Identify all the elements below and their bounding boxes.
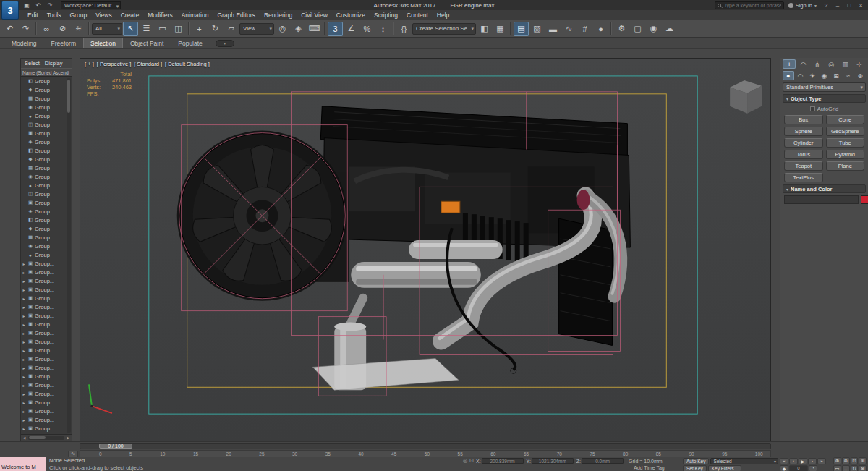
expand-arrow-icon[interactable] bbox=[22, 365, 26, 370]
selection-filter-dropdown[interactable]: All bbox=[92, 23, 122, 35]
keyboard-override-icon[interactable]: ⌨ bbox=[307, 22, 322, 36]
scene-explorer-row[interactable]: ▣ Group... bbox=[21, 294, 67, 302]
category-systems-icon[interactable]: ⊛ bbox=[854, 71, 866, 80]
expand-arrow-icon[interactable] bbox=[22, 270, 26, 275]
previous-frame-button[interactable]: ‹ bbox=[789, 458, 798, 464]
rollout-name-color[interactable]: Name and Color bbox=[783, 184, 866, 193]
scene-explorer-row[interactable]: ◉ Group bbox=[21, 242, 67, 250]
expand-arrow-icon[interactable] bbox=[22, 322, 26, 327]
menu-item[interactable]: Content bbox=[402, 10, 433, 20]
play-button[interactable]: ▶ bbox=[799, 458, 807, 464]
scene-explorer-row[interactable]: ▣ Group... bbox=[21, 259, 67, 268]
toolbar-icon[interactable] bbox=[610, 22, 612, 35]
scene-explorer-row[interactable]: ▣ Group... bbox=[21, 363, 67, 372]
primitive-button[interactable]: Torus bbox=[784, 150, 823, 159]
mini-curve-editor-icon[interactable]: ∿ bbox=[68, 451, 78, 457]
next-frame-button[interactable]: › bbox=[808, 458, 817, 464]
tab-utilities-icon[interactable]: ⊹ bbox=[853, 59, 866, 69]
menu-item[interactable]: Civil View bbox=[297, 10, 332, 20]
tab-modify-icon[interactable]: ◠ bbox=[796, 59, 809, 69]
select-and-link-icon[interactable]: ∞ bbox=[39, 22, 54, 36]
angle-snap-icon[interactable]: ∠ bbox=[344, 22, 359, 36]
expand-arrow-icon[interactable] bbox=[22, 417, 26, 423]
explorer-vertical-scrollbar[interactable] bbox=[67, 78, 71, 433]
scene-explorer-row[interactable]: ◧ Group bbox=[21, 146, 67, 155]
menu-item[interactable]: Views bbox=[91, 10, 116, 20]
snaps-toggle-icon[interactable]: 3 bbox=[328, 22, 343, 36]
unlink-selection-icon[interactable]: ⊘ bbox=[55, 22, 70, 36]
expand-arrow-icon[interactable] bbox=[22, 357, 26, 362]
viewport-3d-scene[interactable] bbox=[80, 59, 770, 441]
isolate-selection-icon[interactable]: ◎ bbox=[463, 458, 467, 464]
menu-item[interactable]: Customize bbox=[332, 10, 370, 20]
select-and-rotate-icon[interactable]: ↻ bbox=[208, 22, 223, 36]
zoom-icon[interactable]: ⊕ bbox=[833, 457, 841, 464]
scene-explorer-row[interactable]: ◆ Group bbox=[21, 155, 67, 164]
scene-explorer-row[interactable]: ▣ Group... bbox=[21, 372, 67, 381]
redo-icon[interactable]: ↷ bbox=[45, 1, 55, 9]
ribbon-tab[interactable]: Populate bbox=[171, 38, 210, 48]
expand-arrow-icon[interactable] bbox=[22, 383, 26, 388]
pan-icon[interactable]: ⇔ bbox=[842, 465, 850, 471]
use-pivot-center-icon[interactable]: ◎ bbox=[275, 22, 290, 36]
select-and-move-icon[interactable]: + bbox=[192, 22, 207, 36]
track-bar[interactable]: 0510152025303540455055606570758085909510… bbox=[80, 450, 771, 457]
scene-explorer-row[interactable]: ● Group bbox=[21, 111, 67, 120]
close-icon[interactable]: × bbox=[856, 1, 866, 9]
primitive-button[interactable]: Cone bbox=[826, 115, 865, 124]
vertical-scrollbar-thumb[interactable] bbox=[67, 80, 70, 113]
category-cameras-icon[interactable]: ◉ bbox=[819, 71, 830, 80]
scene-explorer-row[interactable]: ▣ Group... bbox=[21, 381, 67, 389]
tab-create-icon[interactable]: + bbox=[783, 59, 796, 69]
expand-arrow-icon[interactable] bbox=[22, 313, 26, 318]
zoom-extents-all-icon[interactable]: ⊞ bbox=[859, 457, 867, 464]
selection-lock-icon[interactable]: ⊡ bbox=[469, 458, 474, 464]
go-to-start-button[interactable]: « bbox=[780, 458, 788, 464]
render-in-cloud-icon[interactable]: ☁ bbox=[662, 22, 677, 36]
primitives-dropdown[interactable]: Standard Primitives bbox=[783, 82, 866, 92]
menu-item[interactable]: Edit bbox=[23, 10, 43, 20]
category-helpers-icon[interactable]: ⊞ bbox=[830, 71, 842, 80]
scene-explorer-row[interactable]: ◧ Group bbox=[21, 77, 67, 85]
ribbon-tab[interactable]: Modeling bbox=[4, 38, 44, 48]
add-time-tag[interactable]: Add Time Tag bbox=[634, 465, 665, 470]
expand-arrow-icon[interactable] bbox=[22, 348, 26, 353]
primitive-button[interactable]: Sphere bbox=[784, 127, 823, 136]
primitive-button[interactable]: TextPlus bbox=[784, 173, 823, 182]
current-frame-field[interactable]: 0 bbox=[789, 465, 808, 471]
time-configuration-button[interactable]: ◔ bbox=[809, 465, 817, 471]
object-color-swatch[interactable] bbox=[861, 195, 868, 204]
scroll-right-icon[interactable]: ▶ bbox=[65, 435, 72, 441]
category-lights-icon[interactable]: ☀ bbox=[807, 71, 818, 80]
expand-arrow-icon[interactable] bbox=[22, 296, 26, 301]
ribbon-tab[interactable]: Selection bbox=[83, 38, 123, 48]
auto-key-button[interactable]: Auto Key bbox=[683, 458, 709, 464]
workspace-dropdown[interactable]: Workspace: Default bbox=[61, 1, 121, 9]
redo-icon[interactable]: ↷ bbox=[18, 22, 33, 36]
engine-model[interactable] bbox=[177, 106, 631, 391]
rectangular-selection-icon[interactable]: ▭ bbox=[155, 22, 170, 36]
coordinate-field[interactable]: 0.0mm bbox=[582, 458, 624, 464]
horizontal-scrollbar-thumb[interactable] bbox=[29, 436, 46, 439]
scene-explorer-row[interactable]: ▣ Group... bbox=[21, 398, 67, 407]
tab-hierarchy-icon[interactable]: ⋔ bbox=[811, 59, 824, 69]
select-object-icon[interactable]: ↖ bbox=[123, 22, 138, 36]
scene-explorer-row[interactable]: ▦ Group bbox=[21, 164, 67, 172]
render-setup-icon[interactable]: ⚙ bbox=[614, 22, 629, 36]
toolbar-icon[interactable] bbox=[324, 22, 326, 35]
go-to-end-button[interactable]: » bbox=[817, 458, 826, 464]
toolbar-icon[interactable] bbox=[188, 22, 190, 35]
primitive-button[interactable]: GeoSphere bbox=[826, 127, 865, 136]
ribbon-tab[interactable]: Freeform bbox=[44, 38, 83, 48]
expand-arrow-icon[interactable] bbox=[22, 339, 26, 344]
tab-display-icon[interactable]: ▥ bbox=[838, 59, 851, 69]
scene-explorer-row[interactable]: ▦ Group bbox=[21, 94, 67, 103]
scene-explorer-row[interactable]: ▣ Group... bbox=[21, 407, 67, 415]
scene-explorer-row[interactable]: ▣ Group... bbox=[21, 346, 67, 355]
expand-arrow-icon[interactable] bbox=[22, 287, 26, 292]
autogrid-checkbox[interactable]: AutoGrid bbox=[783, 105, 866, 113]
category-space-warps-icon[interactable]: ≈ bbox=[843, 71, 854, 80]
ribbon-tab[interactable]: Object Paint bbox=[123, 38, 171, 48]
primitive-button[interactable]: Plane bbox=[826, 161, 865, 171]
scene-explorer-row[interactable]: ◈ Group bbox=[21, 137, 67, 146]
